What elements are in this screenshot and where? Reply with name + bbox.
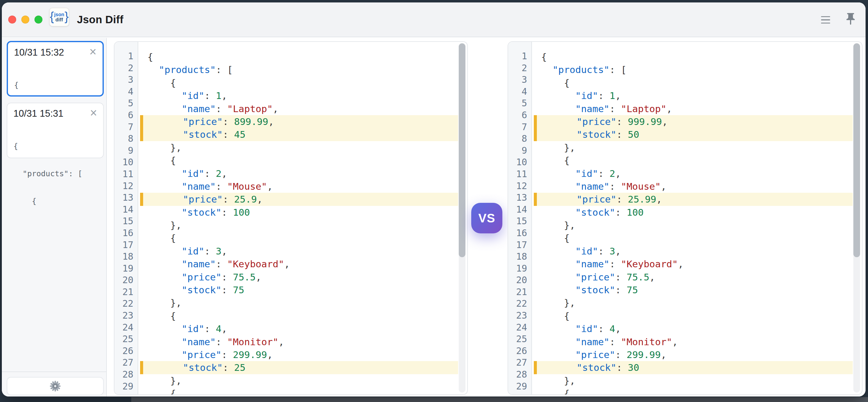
line-number: 15 [115,216,133,227]
line-number: 6 [508,109,527,121]
code-line-changed: "stock": 50 [534,128,853,141]
code-line: "name": "Keyboard", [139,258,458,270]
line-number: 26 [508,345,527,357]
code-content[interactable]: { "products": [ { "id": 1, "name": "Lapt… [533,42,853,394]
line-number: 25 [115,333,133,345]
line-number: 4 [508,86,527,98]
code-line: }, [533,219,853,232]
code-line: "name": "Laptop", [139,102,458,115]
vertical-scrollbar-thumb[interactable] [459,44,465,257]
line-number: 12 [115,180,133,192]
line-number: 25 [508,333,527,345]
code-line: "id": 3, [533,245,853,258]
line-number: 11 [115,168,133,180]
vs-badge: VS [471,203,502,233]
line-number: 18 [508,251,527,263]
line-number: 4 [115,86,133,98]
line-number: 22 [508,298,527,310]
pin-button[interactable] [843,10,858,28]
line-number: 6 [115,109,133,121]
line-number: 16 [115,227,133,239]
history-timestamp: 10/31 15:32 [14,47,64,58]
line-number: 23 [508,310,527,322]
line-number: 17 [508,239,527,251]
line-number: 17 [115,239,133,251]
code-line: { [533,76,853,89]
line-number: 15 [508,216,527,227]
code-content[interactable]: { "products": [ { "id": 1, "name": "Lapt… [139,42,458,394]
line-number: 20 [115,274,133,286]
history-item[interactable]: 10/31 15:31 × { "products": [ { [7,103,104,158]
maximize-window-button[interactable] [34,16,42,24]
code-line: }, [533,374,853,387]
line-number: 29 [508,381,527,393]
code-line: { [533,232,853,245]
code-line: }, [533,141,853,154]
close-window-button[interactable] [8,16,16,24]
code-line: "price": 75.5, [533,271,853,284]
code-line: "id": 4, [533,322,853,335]
line-number: 27 [508,357,527,369]
line-number: 2 [115,62,133,74]
right-json-panel: 1234567891011121314151617181920212223242… [507,41,863,395]
code-line: "id": 1, [533,89,853,102]
minimize-window-button[interactable] [21,16,29,24]
close-history-button[interactable]: × [89,47,96,56]
code-line: { [139,76,458,89]
code-line: }, [139,219,458,232]
line-number: 21 [508,286,527,298]
gear-icon [49,380,61,392]
logo-right-brace: } [64,10,68,23]
line-number: 14 [115,204,133,216]
code-line-changed: "price": 25.99, [534,193,853,206]
line-number: 5 [508,97,527,109]
code-line: "stock": 100 [533,206,853,219]
history-preview: { "products": [ { [13,123,97,224]
line-number: 8 [508,133,527,145]
line-number: 27 [115,357,133,369]
code-line: }, [139,296,458,309]
history-item[interactable]: 10/31 15:32 × { "products": [ { [7,41,104,96]
code-line: "id": 2, [533,167,853,180]
line-number: 30 [508,392,527,394]
code-line: "name": "Laptop", [533,102,853,115]
app-title: Json Diff [77,2,123,37]
code-line: }, [139,374,458,387]
line-number: 13 [508,192,527,204]
line-number: 22 [115,298,133,310]
code-line: }, [533,296,853,309]
history-sidebar: 10/31 15:32 × { "products": [ { 10/31 15… [2,38,107,397]
line-number: 9 [115,145,133,157]
code-line-changed: "stock": 25 [140,361,458,374]
code-line-changed: "price": 899.99, [140,115,458,128]
code-line: "name": "Mouse", [533,180,853,193]
diff-main-area: 1234567891011121314151617181920212223242… [107,38,866,397]
close-history-button[interactable]: × [90,108,97,117]
settings-button[interactable] [7,377,104,395]
menu-button[interactable] [818,13,833,27]
code-line: "id": 3, [139,245,458,258]
line-number: 12 [508,180,527,192]
line-number: 14 [508,204,527,216]
line-number: 28 [115,369,133,381]
line-number: 10 [508,156,527,168]
line-number: 1 [115,50,133,62]
code-line: { [139,232,458,245]
code-line: "name": "Mouse", [139,180,458,193]
traffic-lights [8,16,42,24]
desktop-background: { json diff } Json Diff [0,0,868,402]
line-number: 19 [508,263,527,275]
line-number: 9 [508,145,527,157]
code-line: "stock": 75 [533,284,853,296]
code-line: "id": 4, [139,322,458,335]
vertical-scrollbar-thumb[interactable] [854,44,860,257]
logo-text-json: json [54,12,64,17]
code-line-changed: "price": 999.99, [534,115,853,128]
line-number: 24 [508,322,527,334]
code-line: "id": 1, [139,89,458,102]
code-line: { [533,310,853,322]
code-line: "products": [ [139,63,458,76]
logo-text-diff: diff [56,17,63,22]
line-number: 8 [115,133,133,145]
app-window: { json diff } Json Diff [2,2,866,397]
